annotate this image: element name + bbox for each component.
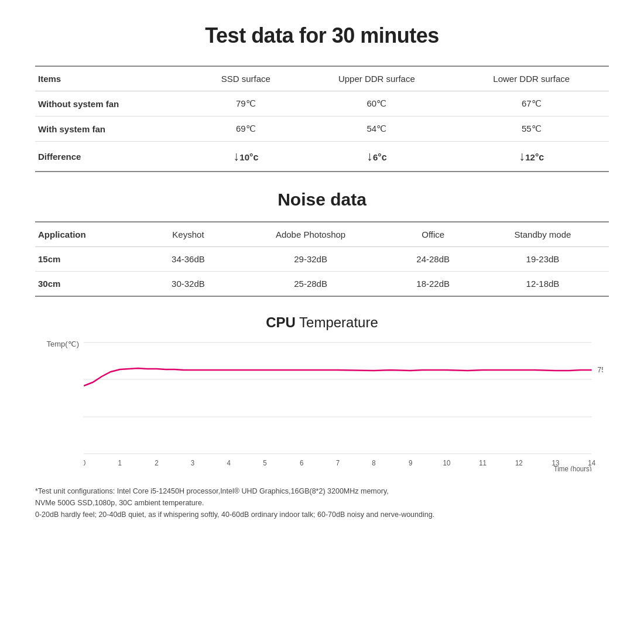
svg-text:75: 75	[597, 365, 603, 374]
col-application: Application	[35, 222, 145, 247]
col-standby: Standby mode	[477, 222, 609, 247]
svg-text:7: 7	[336, 459, 340, 467]
footnote-line1: *Test unit configurations: Intel Core i5…	[35, 485, 609, 497]
cpu-chart-svg: 90 60 30 0 0 1 2 3 4 5 6 7 8 9 10 11 12 …	[84, 337, 603, 471]
cpu-chart-container: CPU Temperature Temp(℃) 90 60 30	[35, 314, 609, 474]
svg-text:2: 2	[155, 459, 158, 467]
cell-wf-upper: 54℃	[299, 117, 454, 142]
col-photoshop: Adobe Photoshop	[232, 222, 390, 247]
noise-data-table: Application Keyshot Adobe Photoshop Offi…	[35, 221, 609, 297]
row-label-diff: Difference	[35, 142, 193, 172]
row-label-with-fan: With system fan	[35, 117, 193, 142]
main-title: Test data for 30 minutes	[35, 23, 609, 48]
noise-header-row: Application Keyshot Adobe Photoshop Offi…	[35, 222, 609, 247]
svg-text:4: 4	[227, 459, 231, 467]
cell-15cm-photoshop: 29-32dB	[232, 247, 390, 272]
cpu-bold-label: CPU	[266, 314, 296, 330]
svg-text:6: 6	[300, 459, 304, 467]
cell-diff-ssd: ↓10°c	[193, 142, 300, 172]
cell-wf-ssd: 69℃	[193, 117, 300, 142]
col-ssd: SSD surface	[193, 66, 300, 91]
row-with-fan: With system fan 69℃ 54℃ 55℃	[35, 117, 609, 142]
col-keyshot: Keyshot	[145, 222, 232, 247]
cell-30cm-photoshop: 25-28dB	[232, 272, 390, 297]
row-difference: Difference ↓10°c ↓6°c ↓12°c	[35, 142, 609, 172]
row-label-30cm: 30cm	[35, 272, 145, 297]
cell-wf-lower: 55℃	[454, 117, 609, 142]
svg-text:8: 8	[372, 459, 376, 467]
row-label-15cm: 15cm	[35, 247, 145, 272]
svg-text:1: 1	[118, 459, 121, 467]
cpu-title-rest: Temperature	[299, 314, 378, 330]
row-15cm: 15cm 34-36dB 29-32dB 24-28dB 19-23dB	[35, 247, 609, 272]
noise-section-title: Noise data	[35, 190, 609, 210]
row-30cm: 30cm 30-32dB 25-28dB 18-22dB 12-18dB	[35, 272, 609, 297]
svg-text:10: 10	[443, 459, 451, 467]
cell-wsf-lower: 67℃	[454, 91, 609, 117]
cell-wsf-ssd: 79℃	[193, 91, 300, 117]
svg-text:9: 9	[409, 459, 412, 467]
col-lower-ddr: Lower DDR surface	[454, 66, 609, 91]
cell-30cm-standby: 12-18dB	[477, 272, 609, 297]
y-axis-label: Temp(℃)	[47, 340, 79, 348]
cell-15cm-keyshot: 34-36dB	[145, 247, 232, 272]
cell-diff-upper: ↓6°c	[299, 142, 454, 172]
svg-text:Time (hours): Time (hours)	[554, 465, 592, 471]
footnote-line2: NVMe 500G SSD,1080p, 30C ambient tempera…	[35, 497, 609, 509]
col-office: Office	[389, 222, 477, 247]
row-without-fan: Without system fan 79℃ 60℃ 67℃	[35, 91, 609, 117]
footnote: *Test unit configurations: Intel Core i5…	[35, 485, 609, 520]
cell-wsf-upper: 60℃	[299, 91, 454, 117]
svg-text:12: 12	[515, 459, 523, 467]
svg-text:3: 3	[191, 459, 195, 467]
cell-15cm-standby: 19-23dB	[477, 247, 609, 272]
row-label-without-fan: Without system fan	[35, 91, 193, 117]
cell-diff-lower: ↓12°c	[454, 142, 609, 172]
col-upper-ddr: Upper DDR surface	[299, 66, 454, 91]
footnote-line3: 0-20dB hardly feel; 20-40dB quiet, as if…	[35, 509, 609, 520]
svg-text:11: 11	[479, 459, 487, 467]
test-data-table: Items SSD surface Upper DDR surface Lowe…	[35, 66, 609, 172]
cell-30cm-keyshot: 30-32dB	[145, 272, 232, 297]
cpu-chart-title: CPU Temperature	[41, 314, 603, 331]
svg-text:0: 0	[84, 459, 86, 467]
cpu-temp-line	[84, 368, 592, 386]
cell-15cm-office: 24-28dB	[389, 247, 477, 272]
svg-text:5: 5	[263, 459, 267, 467]
col-items: Items	[35, 66, 193, 91]
test-table-header-row: Items SSD surface Upper DDR surface Lowe…	[35, 66, 609, 91]
cell-30cm-office: 18-22dB	[389, 272, 477, 297]
